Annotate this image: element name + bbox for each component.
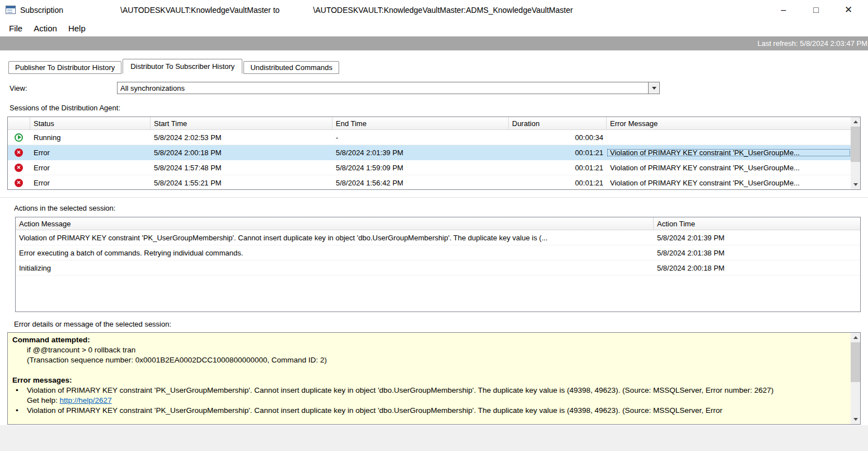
session-row-running[interactable]: Running 5/8/2024 2:02:53 PM - 00:00:34 <box>8 130 851 145</box>
tab-publisher-to-distributor-history[interactable]: Publisher To Distributor History <box>8 61 121 74</box>
command-line: (Transaction sequence number: 0x0001B2EA… <box>12 355 846 365</box>
bullet-icon <box>12 406 27 416</box>
scroll-down-button[interactable] <box>851 415 860 424</box>
sessions-table-header: Status Start Time End Time Duration Erro… <box>8 117 851 130</box>
title-subscriber: \AUTODESKVAULT:KnowledgeVaultMaster:ADMS… <box>313 6 573 15</box>
view-dropdown-button[interactable] <box>648 82 659 94</box>
view-dropdown[interactable]: All synchronizations <box>117 82 660 94</box>
bullet-icon <box>12 385 27 396</box>
command-attempted-label: Command attempted: <box>12 335 846 345</box>
icon-column-header[interactable] <box>8 117 30 129</box>
actions-heading: Actions in the selected session: <box>7 204 861 212</box>
menu-bar: File Action Help <box>0 20 868 36</box>
action-row[interactable]: Violation of PRIMARY KEY constraint 'PK_… <box>16 230 860 245</box>
scrollbar-thumb[interactable] <box>851 127 860 162</box>
refresh-bar: Last refresh: 5/8/2024 2:03:47 PM <box>0 36 868 50</box>
status-column-header[interactable]: Status <box>30 117 151 129</box>
view-dropdown-value: All synchronizations <box>118 82 648 94</box>
minimize-button[interactable]: – <box>767 2 800 18</box>
title-bar: Subscription \AUTODESKVAULT:KnowledgeVau… <box>0 0 868 20</box>
title-word-subscription: Subscription <box>20 6 63 15</box>
start-time-column-header[interactable]: Start Time <box>151 117 332 129</box>
scroll-down-button[interactable] <box>851 180 860 189</box>
title-publication: \AUTODESKVAULT:KnowledgeVaultMaster to <box>120 6 280 15</box>
error-details-scrollbar[interactable] <box>851 333 860 424</box>
view-label: View: <box>7 84 117 92</box>
actions-table-header: Action Message Action Time <box>16 217 860 230</box>
error-message-item: Violation of PRIMARY KEY constraint 'PK_… <box>12 406 846 416</box>
action-message-column-header[interactable]: Action Message <box>16 217 654 230</box>
window-title: Subscription \AUTODESKVAULT:KnowledgeVau… <box>20 6 767 15</box>
end-time-column-header[interactable]: End Time <box>332 117 509 129</box>
tab-distributor-to-subscriber-history[interactable]: Distributor To Subscriber History <box>123 59 242 74</box>
running-icon <box>15 133 23 142</box>
scrollbar-thumb[interactable] <box>851 342 860 382</box>
scrollbar-track[interactable] <box>851 127 860 180</box>
content-area: Publisher To Distributor History Distrib… <box>0 50 868 425</box>
sessions-heading: Sessions of the Distribution Agent: <box>7 104 861 112</box>
arrow-down-icon <box>853 183 858 186</box>
scroll-up-button[interactable] <box>851 333 860 342</box>
error-message-item: Violation of PRIMARY KEY constraint 'PK_… <box>12 385 846 396</box>
error-icon <box>15 148 23 157</box>
app-icon <box>6 6 16 14</box>
chevron-down-icon <box>652 87 656 90</box>
blank-line <box>12 365 846 375</box>
sessions-scrollbar[interactable] <box>851 117 860 189</box>
section-separator <box>0 197 868 198</box>
scroll-up-button[interactable] <box>851 117 860 127</box>
close-button[interactable]: ✕ <box>832 2 865 18</box>
arrow-down-icon <box>853 418 858 421</box>
error-icon <box>15 164 23 172</box>
maximize-button[interactable]: □ <box>800 2 832 18</box>
duration-column-header[interactable]: Duration <box>509 117 607 129</box>
command-line: if @@trancount > 0 rollback tran <box>12 345 846 355</box>
window-footer <box>0 425 868 451</box>
action-time-column-header[interactable]: Action Time <box>654 217 860 230</box>
redacted-server-name <box>280 7 313 13</box>
session-row-error-selected[interactable]: Error 5/8/2024 2:00:18 PM 5/8/2024 2:01:… <box>8 145 851 160</box>
help-link[interactable]: http://help/2627 <box>60 396 112 404</box>
session-row-error[interactable]: Error 5/8/2024 1:55:21 PM 5/8/2024 1:56:… <box>8 175 851 189</box>
menu-file[interactable]: File <box>3 21 28 35</box>
actions-table: Action Message Action Time Violation of … <box>15 217 861 312</box>
tab-undistributed-commands[interactable]: Undistributed Commands <box>243 61 339 74</box>
error-message-column-header[interactable]: Error Message <box>607 117 851 129</box>
error-details-content: Command attempted: if @@trancount > 0 ro… <box>8 333 851 424</box>
subscription-window: Subscription \AUTODESKVAULT:KnowledgeVau… <box>0 0 868 451</box>
menu-action[interactable]: Action <box>28 21 63 35</box>
view-row: View: All synchronizations <box>7 82 861 94</box>
error-icon <box>15 179 23 187</box>
last-refresh-text: Last refresh: 5/8/2024 2:03:47 PM <box>757 39 868 48</box>
sessions-table-main: Status Start Time End Time Duration Erro… <box>8 117 851 189</box>
get-help-label: Get help: <box>27 396 58 404</box>
menu-help[interactable]: Help <box>63 21 91 35</box>
scrollbar-track[interactable] <box>851 342 860 415</box>
arrow-up-icon <box>853 336 858 339</box>
redacted-server-name <box>63 7 120 13</box>
window-controls: – □ ✕ <box>767 2 865 18</box>
session-row-error[interactable]: Error 5/8/2024 1:57:48 PM 5/8/2024 1:59:… <box>8 160 851 175</box>
error-details-heading: Error details or message of the selected… <box>7 320 861 328</box>
arrow-up-icon <box>853 120 858 123</box>
error-details-box: Command attempted: if @@trancount > 0 ro… <box>7 332 861 425</box>
action-row[interactable]: Error executing a batch of commands. Ret… <box>16 245 860 261</box>
actions-table-main: Action Message Action Time Violation of … <box>16 217 860 311</box>
tab-strip: Publisher To Distributor History Distrib… <box>7 59 861 74</box>
get-help-line: Get help: http://help/2627 <box>12 396 846 406</box>
action-row[interactable]: Initializing 5/8/2024 2:00:18 PM <box>16 261 860 276</box>
error-messages-label: Error messages: <box>12 375 846 385</box>
sessions-table: Status Start Time End Time Duration Erro… <box>7 117 861 190</box>
